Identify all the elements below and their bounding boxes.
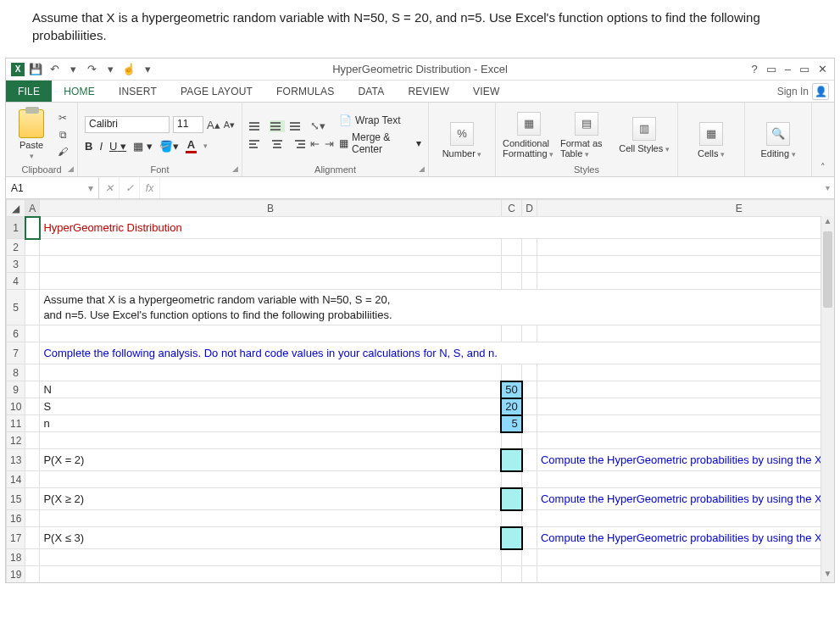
scroll-up-icon[interactable]: ▲ <box>821 216 834 230</box>
orientation-icon[interactable]: ⤡▾ <box>310 120 325 132</box>
italic-button[interactable]: I <box>99 140 103 153</box>
close-button[interactable]: ✕ <box>818 63 827 75</box>
cell-E15[interactable]: Compute the HyperGeometric probabilities… <box>537 488 834 510</box>
cell-C17[interactable] <box>501 527 521 549</box>
copy-icon[interactable]: ⧉ <box>55 128 70 142</box>
conditional-formatting-button[interactable]: ▦ Conditional Formatting <box>503 112 555 159</box>
formula-input[interactable] <box>160 177 821 198</box>
cell-B1[interactable]: HyperGeometric Distribution <box>40 217 501 239</box>
row-header[interactable]: 16 <box>7 510 25 527</box>
name-box[interactable]: A1 <box>6 177 99 198</box>
paste-button[interactable]: Paste ▾ <box>13 109 50 160</box>
cell-A1[interactable] <box>25 217 40 239</box>
cell-B11[interactable]: n <box>40 415 501 432</box>
row-header[interactable]: 11 <box>7 415 25 432</box>
align-left-icon[interactable] <box>249 138 264 150</box>
expand-formula-bar-icon[interactable]: ▾ <box>821 183 834 192</box>
fill-color-icon[interactable]: 🪣▾ <box>159 140 179 153</box>
collapse-ribbon-icon[interactable]: ˄ <box>812 159 834 176</box>
merge-center-button[interactable]: ▦Merge & Center ▾ <box>339 131 421 155</box>
dialog-launcher-icon[interactable]: ◢ <box>419 164 425 173</box>
col-header[interactable]: B <box>40 200 501 217</box>
format-painter-icon[interactable]: 🖌 <box>55 145 70 159</box>
tab-review[interactable]: REVIEW <box>396 81 461 102</box>
bold-button[interactable]: B <box>85 140 92 153</box>
undo-icon[interactable]: ↶ <box>47 63 62 76</box>
help-button[interactable]: ? <box>752 63 758 75</box>
dialog-launcher-icon[interactable]: ◢ <box>232 164 238 173</box>
row-header[interactable]: 10 <box>7 398 25 415</box>
cells-button[interactable]: ▦ Cells <box>685 122 737 159</box>
cell-C10[interactable]: 20 <box>501 398 521 415</box>
sign-in[interactable]: Sign In 👤 <box>777 83 834 100</box>
cell-C15[interactable] <box>501 488 521 510</box>
col-header[interactable]: C <box>501 200 521 217</box>
wrap-text-button[interactable]: 📄Wrap Text <box>339 114 421 126</box>
align-bottom-icon[interactable] <box>290 120 305 132</box>
cell-C9[interactable]: 50 <box>501 381 521 398</box>
select-all-corner[interactable]: ◢ <box>7 200 25 217</box>
tab-view[interactable]: VIEW <box>461 81 511 102</box>
cell-B9[interactable]: N <box>40 381 501 398</box>
cut-icon[interactable]: ✂ <box>55 111 70 125</box>
cell-B17[interactable]: P(X ≤ 3) <box>40 527 501 549</box>
editing-button[interactable]: 🔍 Editing <box>752 122 804 159</box>
row-header[interactable]: 5 <box>7 290 25 325</box>
shrink-font-icon[interactable]: A▾ <box>224 120 235 131</box>
col-header[interactable]: E <box>537 200 834 217</box>
qat-dropdown-icon[interactable]: ▾ <box>103 63 118 76</box>
save-icon[interactable]: 💾 <box>28 63 43 76</box>
cell-C11[interactable]: 5 <box>501 415 521 432</box>
col-header[interactable]: A <box>25 200 40 217</box>
vertical-scrollbar[interactable]: ▲ ▼ <box>821 216 834 582</box>
restore-button[interactable]: ▭ <box>799 63 809 75</box>
touch-mode-icon[interactable]: ☝ <box>121 63 136 76</box>
cell-B7[interactable]: Complete the following analysis. Do not … <box>40 342 501 364</box>
enter-icon[interactable]: ✓ <box>120 177 140 198</box>
col-header[interactable]: D <box>522 200 537 217</box>
row-header[interactable]: 7 <box>7 342 25 364</box>
align-center-icon[interactable] <box>270 138 285 150</box>
row-header[interactable]: 13 <box>7 449 25 471</box>
tab-data[interactable]: DATA <box>346 81 396 102</box>
cancel-icon[interactable]: ✕ <box>99 177 120 198</box>
row-header[interactable]: 2 <box>7 239 25 256</box>
tab-home[interactable]: HOME <box>52 81 107 102</box>
row-header[interactable]: 12 <box>7 432 25 449</box>
dialog-launcher-icon[interactable]: ◢ <box>68 164 74 173</box>
row-header[interactable]: 14 <box>7 471 25 488</box>
number-format-button[interactable]: % Number <box>436 122 488 159</box>
qat-customize-icon[interactable]: ▾ <box>140 63 155 76</box>
tab-file[interactable]: FILE <box>6 81 52 102</box>
ribbon-display-button[interactable]: ▭ <box>766 63 776 75</box>
row-header[interactable]: 15 <box>7 488 25 510</box>
format-as-table-button[interactable]: ▤ Format as Table <box>560 112 613 159</box>
tab-formulas[interactable]: FORMULAS <box>264 81 346 102</box>
row-header[interactable]: 3 <box>7 256 25 273</box>
column-headers[interactable]: ◢ A B C D E F G H I J K L M N O <box>7 200 835 217</box>
grow-font-icon[interactable]: A▴ <box>207 119 220 131</box>
align-middle-icon[interactable] <box>270 120 285 132</box>
increase-indent-icon[interactable]: ⇥ <box>325 137 334 150</box>
row-header[interactable]: 9 <box>7 381 25 398</box>
font-color-icon[interactable]: A <box>186 138 197 153</box>
redo-icon[interactable]: ↷ <box>84 63 99 76</box>
cell-B15[interactable]: P(X ≥ 2) <box>40 488 501 510</box>
scroll-down-icon[interactable]: ▼ <box>821 569 834 582</box>
row-header[interactable]: 1 <box>7 217 25 239</box>
tab-page-layout[interactable]: PAGE LAYOUT <box>169 81 264 102</box>
cell-B5[interactable]: Assume that X is a hypergeometric random… <box>40 290 501 325</box>
row-header[interactable]: 18 <box>7 549 25 566</box>
cell-B13[interactable]: P(X = 2) <box>40 449 501 471</box>
scroll-thumb[interactable] <box>823 231 832 308</box>
fx-icon[interactable]: fx <box>140 177 160 198</box>
row-header[interactable]: 4 <box>7 273 25 290</box>
border-icon[interactable]: ▦ ▾ <box>133 140 153 153</box>
row-header[interactable]: 6 <box>7 325 25 342</box>
minimize-button[interactable]: – <box>785 63 791 75</box>
underline-button[interactable]: U ▾ <box>109 140 126 153</box>
decrease-indent-icon[interactable]: ⇤ <box>310 137 320 150</box>
cell-B10[interactable]: S <box>40 398 501 415</box>
cell-E17[interactable]: Compute the HyperGeometric probabilities… <box>537 527 834 549</box>
align-right-icon[interactable] <box>290 138 305 150</box>
